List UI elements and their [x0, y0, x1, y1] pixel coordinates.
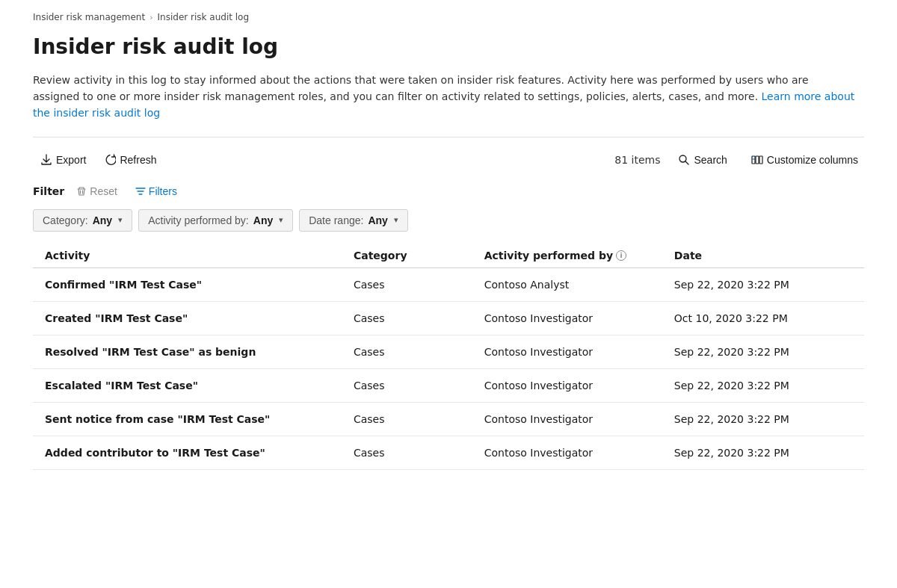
- filter-filters-label: Filters: [149, 185, 177, 197]
- svg-line-1: [685, 161, 688, 164]
- filter-reset-label: Reset: [90, 185, 117, 197]
- table-header: Activity Category Activity performed by …: [33, 244, 864, 268]
- breadcrumb-current: Insider risk audit log: [158, 12, 249, 22]
- info-icon[interactable]: i: [616, 250, 626, 261]
- cell-date: Sep 22, 2020 3:22 PM: [674, 413, 852, 425]
- cell-activity: Sent notice from case "IRM Test Case": [45, 413, 342, 425]
- table-row[interactable]: Confirmed "IRM Test Case" Cases Contoso …: [33, 268, 864, 302]
- filter-daterange-value: Any: [368, 214, 387, 226]
- cell-date: Sep 22, 2020 3:22 PM: [674, 380, 852, 392]
- refresh-label: Refresh: [120, 154, 156, 166]
- cell-date: Oct 10, 2020 3:22 PM: [674, 312, 852, 324]
- export-button[interactable]: Export: [33, 149, 93, 170]
- section-divider: [33, 137, 864, 137]
- customize-columns-button[interactable]: Customize columns: [745, 149, 864, 170]
- filter-category-value: Any: [93, 214, 112, 226]
- cell-category: Cases: [354, 312, 472, 324]
- cell-category: Cases: [354, 413, 472, 425]
- filter-dropdowns: Category: Any ▾ Activity performed by: A…: [33, 209, 864, 232]
- cell-performer: Contoso Investigator: [484, 346, 662, 358]
- refresh-button[interactable]: Refresh: [96, 149, 164, 170]
- customize-icon: [751, 154, 763, 166]
- table-row[interactable]: Resolved "IRM Test Case" as benign Cases…: [33, 335, 864, 369]
- cell-activity: Created "IRM Test Case": [45, 312, 342, 324]
- filter-performer-dropdown[interactable]: Activity performed by: Any ▾: [138, 209, 293, 232]
- cell-category: Cases: [354, 279, 472, 291]
- cell-performer: Contoso Investigator: [484, 447, 662, 459]
- cell-performer: Contoso Investigator: [484, 413, 662, 425]
- toolbar: Export Refresh 81 items Search: [33, 146, 864, 173]
- cell-performer: Contoso Analyst: [484, 279, 662, 291]
- col-header-date: Date: [674, 250, 852, 261]
- reset-icon: [76, 186, 87, 196]
- filter-filters-button[interactable]: Filters: [129, 182, 183, 200]
- filter-category-label: Category:: [43, 214, 88, 226]
- table-row[interactable]: Escalated "IRM Test Case" Cases Contoso …: [33, 369, 864, 403]
- filter-daterange-label: Date range:: [309, 214, 363, 226]
- cell-date: Sep 22, 2020 3:22 PM: [674, 346, 852, 358]
- svg-rect-2: [752, 156, 755, 164]
- toolbar-left: Export Refresh: [33, 149, 164, 170]
- filter-performer-value: Any: [253, 214, 273, 226]
- filter-category-dropdown[interactable]: Category: Any ▾: [33, 209, 132, 232]
- search-label: Search: [694, 154, 727, 166]
- col-header-performer: Activity performed by i: [484, 250, 662, 261]
- cell-activity: Resolved "IRM Test Case" as benign: [45, 346, 342, 358]
- filter-bar: Filter Reset Filters: [33, 182, 864, 200]
- table-body: Confirmed "IRM Test Case" Cases Contoso …: [33, 268, 864, 470]
- cell-date: Sep 22, 2020 3:22 PM: [674, 279, 852, 291]
- page-title: Insider risk audit log: [33, 34, 864, 60]
- chevron-down-icon: ▾: [118, 215, 123, 225]
- breadcrumb-separator: ›: [150, 13, 152, 22]
- filter-label: Filter: [33, 185, 64, 197]
- audit-log-table: Activity Category Activity performed by …: [33, 244, 864, 470]
- export-icon: [40, 154, 52, 166]
- cell-date: Sep 22, 2020 3:22 PM: [674, 447, 852, 459]
- table-row[interactable]: Sent notice from case "IRM Test Case" Ca…: [33, 403, 864, 436]
- search-icon: [678, 154, 690, 166]
- col-header-category: Category: [354, 250, 472, 261]
- export-label: Export: [56, 154, 86, 166]
- page-description: Review activity in this log to stay info…: [33, 72, 855, 122]
- table-row[interactable]: Created "IRM Test Case" Cases Contoso In…: [33, 302, 864, 335]
- cell-performer: Contoso Investigator: [484, 380, 662, 392]
- refresh-icon: [104, 154, 116, 166]
- toolbar-right: 81 items Search Customize columns: [614, 149, 864, 170]
- chevron-down-icon-2: ▾: [279, 215, 283, 225]
- col-header-activity: Activity: [45, 250, 342, 261]
- cell-category: Cases: [354, 346, 472, 358]
- items-count: 81 items: [614, 154, 660, 166]
- cell-category: Cases: [354, 447, 472, 459]
- filter-daterange-dropdown[interactable]: Date range: Any ▾: [299, 209, 408, 232]
- breadcrumb: Insider risk management › Insider risk a…: [33, 12, 864, 22]
- svg-rect-4: [759, 156, 762, 164]
- filter-reset-button[interactable]: Reset: [70, 182, 123, 200]
- svg-rect-3: [756, 156, 759, 164]
- filter-performer-label: Activity performed by:: [148, 214, 249, 226]
- customize-label: Customize columns: [767, 154, 858, 166]
- cell-performer: Contoso Investigator: [484, 312, 662, 324]
- table-row[interactable]: Added contributor to "IRM Test Case" Cas…: [33, 436, 864, 470]
- filters-icon: [135, 186, 146, 196]
- search-button[interactable]: Search: [672, 149, 733, 170]
- breadcrumb-parent[interactable]: Insider risk management: [33, 12, 145, 22]
- cell-activity: Confirmed "IRM Test Case": [45, 279, 342, 291]
- cell-category: Cases: [354, 380, 472, 392]
- chevron-down-icon-3: ▾: [394, 215, 398, 225]
- cell-activity: Added contributor to "IRM Test Case": [45, 447, 342, 459]
- cell-activity: Escalated "IRM Test Case": [45, 380, 342, 392]
